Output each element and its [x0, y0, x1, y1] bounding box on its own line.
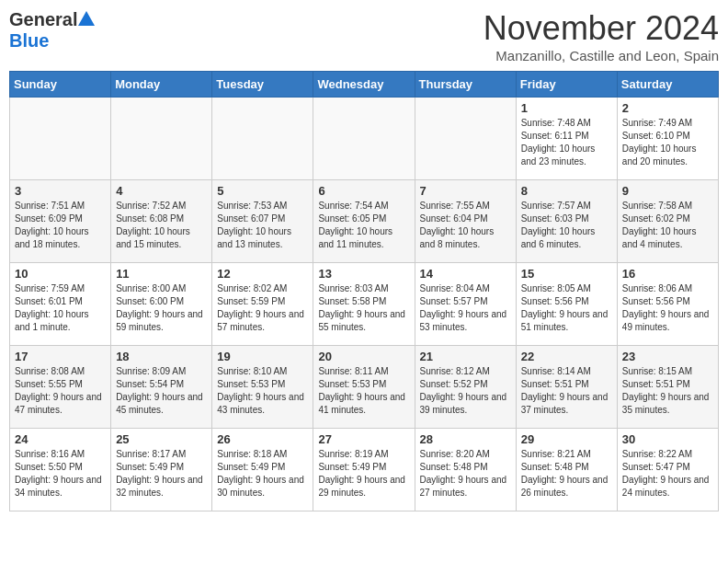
day-info: Sunrise: 8:12 AM Sunset: 5:52 PM Dayligh…: [420, 365, 511, 417]
day-number: 20: [318, 350, 409, 363]
day-number: 13: [318, 267, 409, 281]
day-number: 28: [420, 432, 511, 446]
logo-triangle-icon: [78, 11, 95, 26]
day-info: Sunrise: 7:58 AM Sunset: 6:02 PM Dayligh…: [622, 200, 713, 251]
header-row: SundayMondayTuesdayWednesdayThursdayFrid…: [10, 72, 719, 98]
day-info: Sunrise: 8:22 AM Sunset: 5:47 PM Dayligh…: [622, 448, 713, 500]
calendar-cell: 21Sunrise: 8:12 AM Sunset: 5:52 PM Dayli…: [415, 346, 516, 429]
calendar-cell: 6Sunrise: 7:54 AM Sunset: 6:05 PM Daylig…: [313, 180, 415, 263]
day-info: Sunrise: 8:17 AM Sunset: 5:49 PM Dayligh…: [116, 448, 207, 500]
day-number: 11: [116, 267, 207, 281]
day-number: 26: [217, 432, 308, 446]
day-info: Sunrise: 8:20 AM Sunset: 5:48 PM Dayligh…: [420, 448, 511, 500]
calendar-cell: 5Sunrise: 7:53 AM Sunset: 6:07 PM Daylig…: [212, 180, 313, 263]
day-info: Sunrise: 7:53 AM Sunset: 6:07 PM Dayligh…: [217, 200, 308, 251]
day-info: Sunrise: 7:55 AM Sunset: 6:04 PM Dayligh…: [420, 200, 511, 251]
day-number: 25: [116, 432, 207, 446]
day-number: 23: [622, 350, 713, 363]
day-info: Sunrise: 8:02 AM Sunset: 5:59 PM Dayligh…: [217, 282, 308, 334]
day-number: 7: [420, 184, 511, 198]
day-number: 9: [622, 184, 713, 198]
day-info: Sunrise: 7:51 AM Sunset: 6:09 PM Dayligh…: [15, 200, 106, 251]
calendar-cell: [111, 98, 212, 180]
calendar-cell: 7Sunrise: 7:55 AM Sunset: 6:04 PM Daylig…: [415, 180, 516, 263]
week-row-3: 10Sunrise: 7:59 AM Sunset: 6:01 PM Dayli…: [10, 263, 719, 346]
day-info: Sunrise: 8:11 AM Sunset: 5:53 PM Dayligh…: [318, 365, 409, 417]
header-day-tuesday: Tuesday: [212, 72, 313, 98]
day-info: Sunrise: 8:21 AM Sunset: 5:48 PM Dayligh…: [521, 448, 612, 500]
logo: General Blue: [9, 9, 95, 52]
page-header: General Blue November 2024 Manzanillo, C…: [9, 9, 719, 63]
day-info: Sunrise: 8:04 AM Sunset: 5:57 PM Dayligh…: [420, 282, 511, 334]
day-number: 2: [622, 101, 713, 115]
day-number: 30: [622, 432, 713, 446]
calendar-cell: 11Sunrise: 8:00 AM Sunset: 6:00 PM Dayli…: [111, 263, 212, 346]
location: Manzanillo, Castille and Leon, Spain: [483, 48, 719, 63]
calendar-cell: 18Sunrise: 8:09 AM Sunset: 5:54 PM Dayli…: [111, 346, 212, 429]
day-number: 18: [116, 350, 207, 363]
calendar-cell: [313, 98, 415, 180]
day-info: Sunrise: 8:09 AM Sunset: 5:54 PM Dayligh…: [116, 365, 207, 417]
day-number: 16: [622, 267, 713, 281]
day-number: 4: [116, 184, 207, 198]
week-row-1: 1Sunrise: 7:48 AM Sunset: 6:11 PM Daylig…: [10, 98, 719, 180]
day-info: Sunrise: 7:54 AM Sunset: 6:05 PM Dayligh…: [318, 200, 409, 251]
calendar-cell: 20Sunrise: 8:11 AM Sunset: 5:53 PM Dayli…: [313, 346, 415, 429]
calendar-cell: 3Sunrise: 7:51 AM Sunset: 6:09 PM Daylig…: [10, 180, 111, 263]
day-info: Sunrise: 8:03 AM Sunset: 5:58 PM Dayligh…: [318, 282, 409, 334]
day-number: 14: [420, 267, 511, 281]
day-info: Sunrise: 8:16 AM Sunset: 5:50 PM Dayligh…: [15, 448, 106, 500]
calendar-cell: 26Sunrise: 8:18 AM Sunset: 5:49 PM Dayli…: [212, 429, 313, 511]
calendar-cell: 17Sunrise: 8:08 AM Sunset: 5:55 PM Dayli…: [10, 346, 111, 429]
day-info: Sunrise: 7:57 AM Sunset: 6:03 PM Dayligh…: [521, 200, 612, 251]
calendar-cell: [212, 98, 313, 180]
calendar-cell: 1Sunrise: 7:48 AM Sunset: 6:11 PM Daylig…: [516, 98, 617, 180]
day-info: Sunrise: 8:15 AM Sunset: 5:51 PM Dayligh…: [622, 365, 713, 417]
day-number: 15: [521, 267, 612, 281]
calendar-cell: 14Sunrise: 8:04 AM Sunset: 5:57 PM Dayli…: [415, 263, 516, 346]
calendar-cell: 23Sunrise: 8:15 AM Sunset: 5:51 PM Dayli…: [617, 346, 718, 429]
day-info: Sunrise: 8:19 AM Sunset: 5:49 PM Dayligh…: [318, 448, 409, 500]
week-row-5: 24Sunrise: 8:16 AM Sunset: 5:50 PM Dayli…: [10, 429, 719, 511]
month-title: November 2024: [483, 9, 719, 48]
day-number: 22: [521, 350, 612, 363]
week-row-2: 3Sunrise: 7:51 AM Sunset: 6:09 PM Daylig…: [10, 180, 719, 263]
day-number: 27: [318, 432, 409, 446]
calendar-header: SundayMondayTuesdayWednesdayThursdayFrid…: [10, 72, 719, 98]
calendar-cell: 25Sunrise: 8:17 AM Sunset: 5:49 PM Dayli…: [111, 429, 212, 511]
calendar-cell: 2Sunrise: 7:49 AM Sunset: 6:10 PM Daylig…: [617, 98, 718, 180]
header-day-wednesday: Wednesday: [313, 72, 415, 98]
day-number: 8: [521, 184, 612, 198]
calendar-cell: 28Sunrise: 8:20 AM Sunset: 5:48 PM Dayli…: [415, 429, 516, 511]
day-number: 29: [521, 432, 612, 446]
calendar-cell: [10, 98, 111, 180]
day-number: 5: [217, 184, 308, 198]
day-info: Sunrise: 8:14 AM Sunset: 5:51 PM Dayligh…: [521, 365, 612, 417]
day-info: Sunrise: 8:06 AM Sunset: 5:56 PM Dayligh…: [622, 282, 713, 334]
calendar-cell: 10Sunrise: 7:59 AM Sunset: 6:01 PM Dayli…: [10, 263, 111, 346]
week-row-4: 17Sunrise: 8:08 AM Sunset: 5:55 PM Dayli…: [10, 346, 719, 429]
day-info: Sunrise: 7:48 AM Sunset: 6:11 PM Dayligh…: [521, 117, 612, 168]
header-day-monday: Monday: [111, 72, 212, 98]
calendar-cell: 15Sunrise: 8:05 AM Sunset: 5:56 PM Dayli…: [516, 263, 617, 346]
day-info: Sunrise: 8:18 AM Sunset: 5:49 PM Dayligh…: [217, 448, 308, 500]
calendar-cell: 30Sunrise: 8:22 AM Sunset: 5:47 PM Dayli…: [617, 429, 718, 511]
day-number: 1: [521, 101, 612, 115]
calendar-cell: 4Sunrise: 7:52 AM Sunset: 6:08 PM Daylig…: [111, 180, 212, 263]
calendar-cell: 8Sunrise: 7:57 AM Sunset: 6:03 PM Daylig…: [516, 180, 617, 263]
day-number: 21: [420, 350, 511, 363]
header-day-thursday: Thursday: [415, 72, 516, 98]
calendar-cell: 12Sunrise: 8:02 AM Sunset: 5:59 PM Dayli…: [212, 263, 313, 346]
day-number: 17: [15, 350, 106, 363]
day-info: Sunrise: 7:52 AM Sunset: 6:08 PM Dayligh…: [116, 200, 207, 251]
calendar-cell: 13Sunrise: 8:03 AM Sunset: 5:58 PM Dayli…: [313, 263, 415, 346]
calendar-table: SundayMondayTuesdayWednesdayThursdayFrid…: [9, 71, 719, 511]
day-info: Sunrise: 8:08 AM Sunset: 5:55 PM Dayligh…: [15, 365, 106, 417]
day-number: 19: [217, 350, 308, 363]
logo-blue: Blue: [9, 30, 49, 51]
day-info: Sunrise: 8:05 AM Sunset: 5:56 PM Dayligh…: [521, 282, 612, 334]
calendar-cell: 9Sunrise: 7:58 AM Sunset: 6:02 PM Daylig…: [617, 180, 718, 263]
header-day-saturday: Saturday: [617, 72, 718, 98]
day-number: 10: [15, 267, 106, 281]
day-info: Sunrise: 8:00 AM Sunset: 6:00 PM Dayligh…: [116, 282, 207, 334]
